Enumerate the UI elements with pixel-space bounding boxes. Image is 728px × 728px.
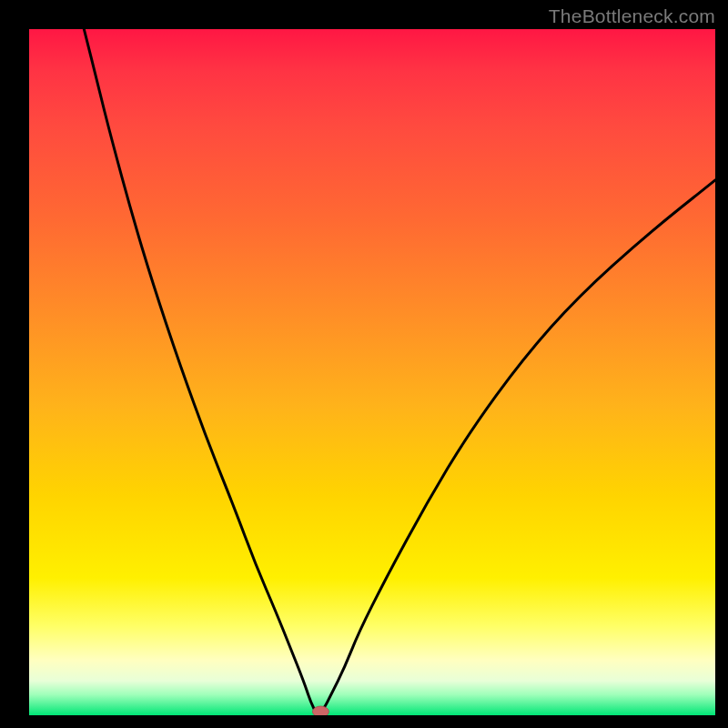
bottleneck-curve	[84, 29, 715, 713]
plot-area	[29, 29, 715, 715]
watermark-text: TheBottleneck.com	[549, 5, 715, 27]
curve-layer	[29, 29, 715, 715]
chart-frame: TheBottleneck.com	[0, 0, 728, 728]
minimum-marker	[312, 706, 329, 715]
